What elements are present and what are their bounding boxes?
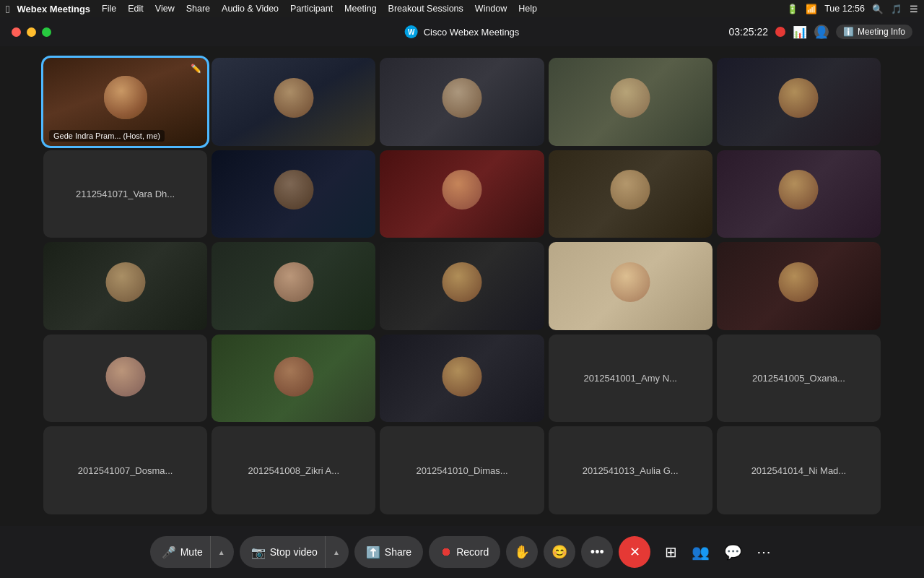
signal-bars-icon: 📊 bbox=[793, 25, 807, 39]
participant-cell-10[interactable] bbox=[717, 150, 881, 238]
mute-label: Mute bbox=[180, 546, 203, 558]
mute-button[interactable]: 🎤 Mute bbox=[150, 536, 210, 568]
stop-video-label: Stop video bbox=[270, 546, 318, 558]
participant-cell-20[interactable]: 2012541005_Oxana... bbox=[717, 335, 881, 423]
more-options-button[interactable]: ••• bbox=[581, 536, 613, 568]
record-label: Record bbox=[456, 546, 489, 558]
participants-layout-button[interactable]: ⊞ bbox=[662, 540, 680, 564]
participant-cell-3[interactable] bbox=[380, 58, 544, 146]
menu-edit[interactable]: Edit bbox=[128, 4, 144, 14]
fullscreen-button[interactable] bbox=[42, 27, 51, 37]
stop-video-button[interactable]: 📷 Stop video bbox=[240, 536, 325, 568]
participant-cell-7[interactable] bbox=[212, 150, 375, 238]
participant-name-23: 2012541010_Dimas... bbox=[380, 426, 544, 514]
menu-window[interactable]: Window bbox=[475, 4, 507, 14]
notifications-icon[interactable]: ☰ bbox=[910, 4, 918, 14]
participant-cell-11[interactable] bbox=[43, 242, 207, 330]
share-button[interactable]: ⬆️ Share bbox=[354, 536, 423, 568]
participant-cell-19[interactable]: 2012541001_Amy N... bbox=[549, 335, 712, 423]
siri-icon[interactable]: 🎵 bbox=[891, 4, 902, 14]
video-row-2: 2112541071_Vara Dh... bbox=[43, 150, 881, 238]
video-row-5: 2012541007_Dosma... 2012541008_Zikri A..… bbox=[43, 426, 881, 514]
participant-cell-2[interactable] bbox=[212, 58, 375, 146]
end-call-button[interactable]: ✕ bbox=[619, 536, 650, 568]
menu-meeting[interactable]: Meeting bbox=[344, 4, 376, 14]
menu-view[interactable]: Share bbox=[186, 4, 210, 14]
avatar-icon: 👤 bbox=[814, 25, 829, 39]
participant-cell-14[interactable] bbox=[549, 242, 712, 330]
participant-cell-16[interactable] bbox=[43, 335, 207, 423]
participant-name-25: 2012541014_Ni Mad... bbox=[717, 426, 881, 514]
search-icon[interactable]: 🔍 bbox=[872, 4, 884, 14]
titlebar-right: 03:25:22 📊 👤 ℹ️ Meeting Info bbox=[728, 25, 912, 39]
participant-name-6: 2112541071_Vara Dh... bbox=[43, 150, 207, 238]
apps-button[interactable]: ⋯ bbox=[754, 540, 774, 564]
participant-cell-6[interactable]: 2112541071_Vara Dh... bbox=[43, 150, 207, 238]
participant-cell-17[interactable] bbox=[212, 335, 375, 423]
participant-cell-4[interactable] bbox=[549, 58, 712, 146]
menu-audio-video[interactable]: Audio & Video bbox=[222, 4, 279, 14]
menu-bar:  Webex Meetings File Edit View Share Au… bbox=[0, 0, 924, 17]
participant-name-19: 2012541001_Amy N... bbox=[549, 335, 712, 423]
video-icon: 📷 bbox=[251, 545, 266, 559]
participant-cell-22[interactable]: 2012541008_Zikri A... bbox=[212, 426, 375, 514]
participant-cell-15[interactable] bbox=[717, 242, 881, 330]
video-row-1: Gede Indra Pram... (Host, me) ✏️ bbox=[43, 58, 881, 146]
video-chevron-button[interactable]: ▲ bbox=[325, 536, 349, 568]
menu-file[interactable]: File bbox=[102, 4, 116, 14]
menu-help[interactable]: Help bbox=[518, 4, 537, 14]
title-bar: W Cisco Webex Meetings 03:25:22 📊 👤 ℹ️ M… bbox=[0, 17, 924, 46]
participant-cell-1[interactable]: Gede Indra Pram... (Host, me) ✏️ bbox=[43, 58, 207, 146]
participant-cell-13[interactable] bbox=[380, 242, 544, 330]
share-icon: ⬆️ bbox=[366, 545, 380, 559]
close-button[interactable] bbox=[12, 27, 21, 37]
participant-cell-18[interactable] bbox=[380, 335, 544, 423]
battery-icon: 🔋 bbox=[787, 4, 798, 14]
participant-cell-21[interactable]: 2012541007_Dosma... bbox=[43, 426, 207, 514]
mute-group: 🎤 Mute ▲ bbox=[150, 536, 234, 568]
video-row-4: 2012541001_Amy N... 2012541005_Oxana... bbox=[43, 335, 881, 423]
toolbar-right-icons: ⊞ 👥 💬 ⋯ bbox=[662, 540, 774, 564]
participant-name-20: 2012541005_Oxana... bbox=[717, 335, 881, 423]
meeting-title: Cisco Webex Meetings bbox=[424, 27, 520, 38]
chat-panel-button[interactable]: 💬 bbox=[721, 540, 745, 564]
apple-menu[interactable]:  bbox=[6, 3, 9, 15]
meeting-timer: 03:25:22 bbox=[728, 26, 768, 38]
participant-cell-9[interactable] bbox=[549, 150, 712, 238]
mute-chevron-button[interactable]: ▲ bbox=[210, 536, 234, 568]
raise-hand-button[interactable]: ✋ bbox=[506, 536, 538, 568]
menu-breakout[interactable]: Breakout Sessions bbox=[388, 4, 463, 14]
menu-participant[interactable]: Participant bbox=[290, 4, 333, 14]
recording-indicator bbox=[775, 27, 785, 37]
participants-panel-button[interactable]: 👥 bbox=[689, 540, 712, 564]
participant-name-24: 2012541013_Aulia G... bbox=[549, 426, 712, 514]
people-icon: 👥 bbox=[692, 544, 710, 560]
menu-share[interactable]: View bbox=[155, 4, 175, 14]
participant-name-1: Gede Indra Pram... (Host, me) bbox=[49, 130, 165, 142]
participant-cell-5[interactable] bbox=[717, 58, 881, 146]
menu-items: File Edit View Share Audio & Video Parti… bbox=[102, 4, 537, 14]
raise-hand-icon: ✋ bbox=[514, 544, 530, 560]
video-row-3 bbox=[43, 242, 881, 330]
participant-cell-24[interactable]: 2012541013_Aulia G... bbox=[549, 426, 712, 514]
participant-name-22: 2012541008_Zikri A... bbox=[212, 426, 375, 514]
meeting-info-button[interactable]: ℹ️ Meeting Info bbox=[836, 25, 912, 39]
clock: Tue 12:56 bbox=[824, 4, 865, 14]
reactions-button[interactable]: 😊 bbox=[544, 536, 575, 568]
reaction-icon: 😊 bbox=[552, 544, 567, 560]
participant-cell-25[interactable]: 2012541014_Ni Mad... bbox=[717, 426, 881, 514]
participant-cell-23[interactable]: 2012541010_Dimas... bbox=[380, 426, 544, 514]
info-icon: ℹ️ bbox=[843, 27, 854, 37]
record-button[interactable]: ⏺ Record bbox=[429, 536, 500, 568]
app-name[interactable]: Webex Meetings bbox=[17, 4, 90, 14]
menubar-right: 🔋 📶 Tue 12:56 🔍 🎵 ☰ bbox=[787, 4, 918, 14]
participant-cell-12[interactable] bbox=[212, 242, 375, 330]
participant-cell-8[interactable] bbox=[380, 150, 544, 238]
minimize-button[interactable] bbox=[27, 27, 36, 37]
microphone-icon: 🎤 bbox=[162, 545, 176, 559]
toolbar: 🎤 Mute ▲ 📷 Stop video ▲ ⬆️ Share ⏺ Recor… bbox=[0, 526, 924, 578]
wifi-icon: 📶 bbox=[806, 4, 817, 14]
chevron-down-icon-2: ▲ bbox=[333, 548, 340, 556]
record-icon: ⏺ bbox=[440, 545, 452, 558]
apps-icon: ⋯ bbox=[757, 544, 771, 560]
